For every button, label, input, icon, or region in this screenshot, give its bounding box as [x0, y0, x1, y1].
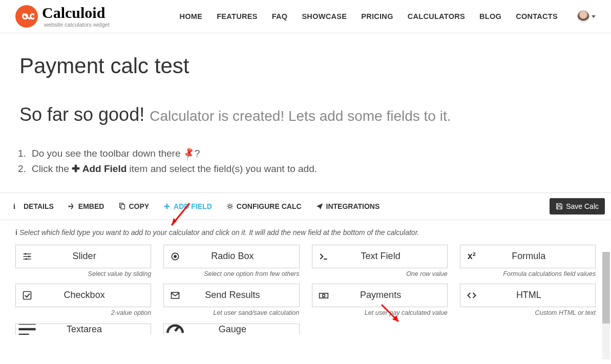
- field-radio-desc: Select one option from few others: [163, 270, 299, 277]
- main-content: Payment calc test So far so good! Calcul…: [0, 33, 611, 187]
- field-text-desc: One row value: [312, 270, 448, 277]
- svg-point-6: [28, 255, 30, 257]
- toolbar-integrations[interactable]: INTEGRATIONS: [309, 198, 387, 215]
- nav-calculators[interactable]: CALCULATORS: [408, 12, 465, 20]
- brand-name: Calculoid: [42, 5, 110, 20]
- info-icon: i: [13, 203, 20, 210]
- toolbar-configure[interactable]: CONFIGURE CALC: [219, 198, 309, 215]
- svg-point-5: [25, 253, 26, 254]
- field-send-desc: Let user sand/save calculation: [163, 309, 299, 316]
- field-text[interactable]: Text Field: [312, 245, 448, 268]
- svg-line-14: [175, 327, 179, 331]
- pin-icon: 📌: [180, 144, 197, 163]
- step-1: Do you see the toolbar down there 📌?: [29, 146, 596, 161]
- field-radio[interactable]: Radio Box: [163, 245, 299, 268]
- nav-contacts[interactable]: CONTACTS: [516, 12, 558, 20]
- field-formula[interactable]: x² Formula: [460, 245, 596, 268]
- code-icon: [460, 290, 483, 301]
- panel-hint: iSelect which field type you want to add…: [15, 228, 596, 237]
- nav-features[interactable]: FEATURES: [217, 12, 257, 20]
- field-payments-desc: Let user pay calculated value: [312, 309, 448, 316]
- embed-icon: [68, 203, 75, 210]
- field-gauge[interactable]: Gauge: [163, 324, 299, 335]
- field-payments[interactable]: Payments: [312, 284, 448, 307]
- field-slider[interactable]: Slider: [15, 245, 151, 268]
- copy-icon: [118, 203, 125, 210]
- field-textarea[interactable]: Textarea: [15, 324, 151, 335]
- info-icon: i: [15, 228, 17, 237]
- brand-tagline: website calculators widget: [44, 22, 110, 28]
- sliders-icon: [16, 251, 38, 262]
- avatar-icon: [577, 10, 589, 23]
- logo[interactable]: Calculoid website calculators widget: [15, 5, 110, 28]
- subtitle-light: Calculator is created! Lets add some fie…: [150, 108, 451, 124]
- field-html-desc: Custom HTML or text: [460, 309, 596, 316]
- nav-pricing[interactable]: PRICING: [361, 12, 393, 20]
- nav-faq[interactable]: FAQ: [272, 12, 288, 20]
- terminal-icon: [312, 251, 335, 262]
- svg-point-2: [228, 205, 231, 207]
- field-formula-desc: Formula calculations field values: [460, 270, 596, 277]
- subtitle-bold: So far so good!: [19, 104, 144, 125]
- logo-icon: [15, 5, 38, 28]
- checkbox-icon: [16, 290, 38, 301]
- toolbar-add-field[interactable]: ADD FIELD: [156, 198, 219, 215]
- svg-point-9: [174, 255, 177, 258]
- editor-toolbar: i DETAILS EMBED COPY ADD FIELD CONFIGURE…: [0, 192, 611, 220]
- step-2: Click the ✚ Add Field item and select th…: [29, 161, 596, 177]
- mail-icon: [164, 290, 186, 301]
- field-html[interactable]: HTML: [460, 284, 596, 307]
- header: Calculoid website calculators widget HOM…: [0, 0, 611, 33]
- onboarding-steps: Do you see the toolbar down there 📌? Cli…: [29, 146, 596, 177]
- main-nav: HOME FEATURES FAQ SHOWCASE PRICING CALCU…: [180, 10, 596, 23]
- svg-rect-1: [121, 204, 125, 209]
- textarea-icon: [16, 324, 38, 335]
- gauge-icon: [164, 324, 186, 335]
- svg-point-13: [322, 294, 325, 297]
- radio-icon: [164, 251, 186, 262]
- plus-icon: ✚: [72, 161, 80, 177]
- save-button[interactable]: Save Calc: [550, 198, 605, 215]
- field-slider-desc: Select value by sliding: [15, 270, 151, 277]
- gear-icon: [226, 203, 234, 210]
- toolbar-embed[interactable]: EMBED: [61, 198, 112, 215]
- field-checkbox-desc: 2-value option: [15, 309, 151, 316]
- page-title: Payment calc test: [19, 54, 596, 78]
- formula-icon: x²: [460, 251, 483, 262]
- field-send-results[interactable]: Send Results: [163, 284, 299, 307]
- toolbar-copy[interactable]: COPY: [111, 198, 156, 215]
- toolbar-details[interactable]: i DETAILS: [6, 198, 61, 215]
- nav-blog[interactable]: BLOG: [479, 12, 501, 20]
- nav-home[interactable]: HOME: [180, 12, 203, 20]
- money-icon: [312, 290, 335, 301]
- user-menu[interactable]: [577, 10, 596, 23]
- svg-rect-10: [24, 291, 31, 299]
- field-panel: iSelect which field type you want to add…: [0, 220, 611, 335]
- save-icon: [556, 203, 563, 210]
- scrollbar[interactable]: [602, 252, 610, 335]
- svg-point-7: [26, 258, 27, 260]
- paper-plane-icon: [316, 203, 323, 210]
- caret-down-icon: [592, 15, 596, 18]
- plus-icon: [163, 203, 171, 210]
- field-checkbox[interactable]: Checkbox: [15, 284, 151, 307]
- nav-showcase[interactable]: SHOWCASE: [302, 12, 347, 20]
- scrollbar-thumb[interactable]: [602, 252, 610, 324]
